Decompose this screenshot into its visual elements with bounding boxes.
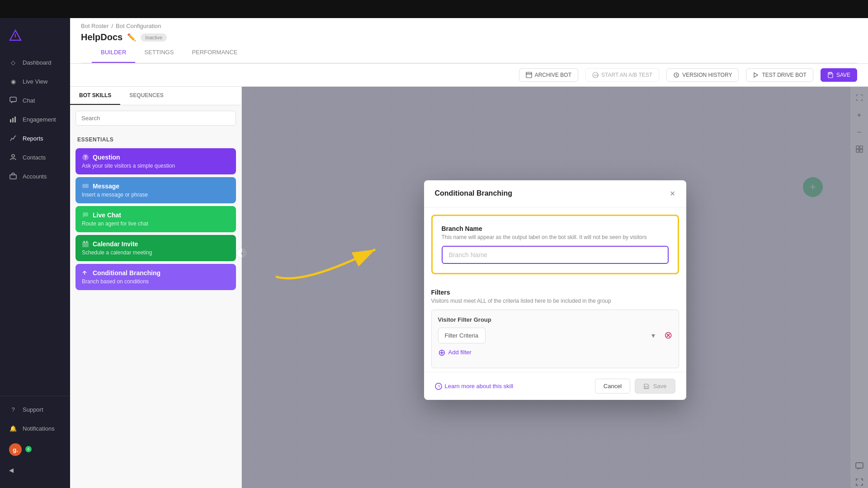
sidebar-item-engagement[interactable]: Engagement — [0, 110, 70, 129]
skill-card-calendar-title: Calendar Invite — [82, 240, 230, 248]
svg-rect-7 — [10, 175, 16, 179]
notifications-icon: 🔔 — [9, 424, 17, 432]
accounts-icon — [9, 172, 17, 180]
svg-text:?: ? — [438, 385, 440, 389]
sidebar-bottom: ? Support 🔔 Notifications g. 6 ◀ — [0, 392, 70, 488]
skill-card-question-desc: Ask your site visitors a simple question — [82, 163, 230, 169]
sidebar-label-contacts: Contacts — [23, 154, 46, 161]
add-filter-button[interactable]: ⊕ Add filter — [438, 343, 672, 361]
bot-status-badge: Inactive — [141, 33, 167, 42]
svg-text:?: ? — [84, 155, 87, 160]
test-drive-bot-button[interactable]: TEST DRIVE BOT — [746, 68, 813, 82]
reports-icon — [9, 134, 17, 142]
add-filter-plus-icon: ⊕ — [438, 347, 446, 358]
builder-area: BOT SKILLS SEQUENCES Essentials ? Questi… — [70, 87, 868, 488]
user-avatar: g. — [9, 443, 22, 456]
skill-card-live-chat-title: Live Chat — [82, 211, 230, 219]
filter-group-title: Visitor Filter Group — [438, 316, 672, 323]
filter-remove-button[interactable]: ⊗ — [664, 329, 672, 341]
skill-card-calendar[interactable]: Calendar Invite Schedule a calendar meet… — [75, 235, 236, 261]
tab-builder[interactable]: BUILDER — [92, 42, 135, 63]
sidebar-item-contacts[interactable]: Contacts — [0, 148, 70, 167]
tab-settings[interactable]: SETTINGS — [135, 42, 183, 63]
conditional-branching-modal: Conditional Branching × Branch Name This… — [424, 180, 686, 400]
start-ab-test-button[interactable]: A/B START AN A/B TEST — [585, 68, 659, 82]
page-header: Bot Roster / Bot Configuration HelpDocs … — [70, 18, 868, 64]
skill-card-question-title: ? Question — [82, 154, 230, 161]
modal-actions: Cancel Save — [595, 379, 675, 394]
breadcrumb-parent[interactable]: Bot Roster — [81, 23, 108, 29]
modal-close-button[interactable]: × — [670, 188, 675, 199]
live-view-icon: ◉ — [9, 77, 17, 85]
skill-card-calendar-desc: Schedule a calendar meeting — [82, 249, 230, 256]
search-box — [70, 105, 241, 131]
svg-point-6 — [12, 155, 14, 157]
sidebar-logo[interactable] — [0, 25, 70, 53]
skill-card-live-chat[interactable]: Live Chat Route an agent for live chat — [75, 206, 236, 232]
svg-text:A/B: A/B — [594, 74, 599, 77]
modal-overlay: Conditional Branching × Branch Name This… — [242, 87, 868, 488]
collapse-icon: ◀ — [9, 467, 14, 474]
tab-bar: BUILDER SETTINGS PERFORMANCE — [81, 42, 857, 63]
sidebar-label-engagement: Engagement — [23, 116, 56, 123]
archive-bot-button[interactable]: ARCHIVE BOT — [519, 68, 578, 82]
filters-description: Visitors must meet ALL of the criteria l… — [431, 298, 679, 304]
sidebar-item-dashboard[interactable]: ◇ Dashboard — [0, 53, 70, 72]
skill-card-question[interactable]: ? Question Ask your site visitors a simp… — [75, 148, 236, 174]
sidebar-item-chat[interactable]: Chat — [0, 91, 70, 110]
left-panel: BOT SKILLS SEQUENCES Essentials ? Questi… — [70, 87, 242, 488]
skill-card-conditional[interactable]: Conditional Branching Branch based on co… — [75, 264, 236, 290]
svg-rect-5 — [14, 117, 16, 122]
svg-rect-30 — [645, 386, 647, 389]
sidebar-label-support: Support — [23, 406, 43, 413]
branch-name-input[interactable] — [442, 246, 669, 264]
visitor-filter-group: Visitor Filter Group Filter Criteria ▾ ⊗ — [431, 310, 679, 368]
modal-title: Conditional Branching — [435, 189, 513, 197]
select-chevron-icon: ▾ — [651, 331, 655, 340]
skill-card-conditional-desc: Branch based on conditions — [82, 278, 230, 285]
sidebar-collapse-btn[interactable]: ◀ — [0, 461, 70, 479]
tab-performance[interactable]: PERFORMANCE — [183, 42, 246, 63]
skill-card-message[interactable]: Message Insert a message or phrase — [75, 177, 236, 203]
sidebar-item-support[interactable]: ? Support — [0, 400, 70, 419]
branch-name-label: Branch Name — [442, 225, 669, 232]
learn-more-link[interactable]: ? Learn more about this skill — [435, 383, 514, 390]
panel-tabs: BOT SKILLS SEQUENCES — [70, 87, 241, 105]
filter-criteria-row: Filter Criteria ▾ ⊗ — [438, 328, 672, 343]
sidebar-item-live-view[interactable]: ◉ Live View — [0, 72, 70, 91]
edit-icon[interactable]: ✏️ — [127, 33, 136, 42]
skill-card-live-chat-desc: Route an agent for live chat — [82, 221, 230, 227]
modal-save-button[interactable]: Save — [635, 379, 675, 394]
bot-name-row: HelpDocs ✏️ Inactive — [81, 32, 857, 42]
svg-rect-4 — [12, 118, 14, 122]
sidebar-item-reports[interactable]: Reports — [0, 129, 70, 148]
filter-select-wrapper: Filter Criteria ▾ — [438, 328, 660, 343]
toolbar: ARCHIVE BOT A/B START AN A/B TEST VERSIO… — [70, 64, 868, 87]
sidebar-label-reports: Reports — [23, 135, 43, 142]
sidebar-item-notifications[interactable]: 🔔 Notifications — [0, 419, 70, 438]
sidebar-item-accounts[interactable]: Accounts — [0, 167, 70, 186]
sidebar-label-chat: Chat — [23, 97, 35, 104]
skill-card-conditional-title: Conditional Branching — [82, 269, 230, 277]
panel-tab-bot-skills[interactable]: BOT SKILLS — [70, 87, 120, 105]
breadcrumb-separator: / — [111, 23, 113, 29]
sidebar-item-user[interactable]: g. 6 — [0, 438, 70, 461]
svg-rect-17 — [82, 184, 89, 188]
breadcrumb: Bot Roster / Bot Configuration — [81, 23, 857, 29]
branch-name-description: This name will appear as the output labe… — [442, 234, 669, 240]
filters-section: Filters Visitors must meet ALL of the cr… — [431, 282, 679, 368]
skill-card-message-desc: Insert a message or phrase — [82, 192, 230, 198]
filter-criteria-select[interactable]: Filter Criteria — [438, 328, 486, 343]
modal-header: Conditional Branching × — [424, 180, 686, 207]
top-bar — [0, 0, 868, 18]
dashboard-icon: ◇ — [9, 58, 17, 66]
modal-cancel-button[interactable]: Cancel — [595, 379, 630, 394]
svg-rect-18 — [82, 242, 89, 247]
save-button[interactable]: SAVE — [821, 68, 857, 82]
sidebar-label-dashboard: Dashboard — [23, 59, 52, 66]
search-input[interactable] — [75, 111, 236, 126]
version-history-button[interactable]: VERSION HISTORY — [666, 68, 739, 82]
panel-tab-sequences[interactable]: SEQUENCES — [120, 87, 172, 105]
modal-footer: ? Learn more about this skill Cancel Sav… — [424, 372, 686, 400]
support-icon: ? — [9, 405, 17, 413]
